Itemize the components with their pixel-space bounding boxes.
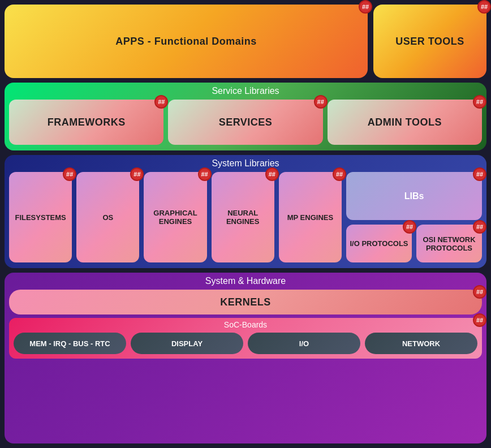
graphical-engines-label: GRAPHICAL ENGINES: [144, 209, 206, 226]
soc-title: SoC-Boards: [14, 320, 477, 329]
services-label: SERVICES: [219, 117, 273, 128]
io-protocols-box[interactable]: ## I/O PROTOCOLS: [346, 225, 412, 262]
osi-network-label: OSI NETWORK PROTOCOLS: [416, 235, 482, 252]
libs-box[interactable]: ## LIBs: [346, 172, 482, 220]
frameworks-badge: ##: [154, 95, 168, 109]
user-tools-label: USER TOOLS: [395, 36, 464, 48]
services-box[interactable]: ## SERVICES: [168, 100, 322, 145]
apps-badge: ##: [359, 0, 372, 14]
filesystems-badge: ##: [63, 167, 76, 181]
admin-tools-badge: ##: [473, 95, 486, 109]
kernels-badge: ##: [473, 285, 486, 299]
os-label: OS: [102, 213, 113, 222]
os-badge: ##: [130, 167, 144, 181]
user-tools-box[interactable]: ## USER TOOLS: [373, 5, 486, 78]
mem-label: MEM - IRQ - BUS - RTC: [29, 339, 110, 348]
mp-engines-badge: ##: [333, 167, 346, 181]
osi-network-box[interactable]: ## OSI NETWORK PROTOCOLS: [416, 225, 482, 262]
admin-tools-label: ADMIN TOOLS: [368, 117, 442, 128]
service-libraries-inner: ## FRAMEWORKS ## SERVICES ## ADMIN TOOLS: [9, 100, 482, 145]
filesystems-box[interactable]: ## FILESYSTEMS: [9, 172, 72, 262]
protocols-row: ## I/O PROTOCOLS ## OSI NETWORK PROTOCOL…: [346, 225, 482, 262]
display-label: DISPLAY: [171, 339, 203, 348]
service-libraries-title: Service Libraries: [9, 86, 482, 96]
frameworks-label: FRAMEWORKS: [48, 117, 126, 128]
services-badge: ##: [314, 95, 328, 109]
libs-badge: ##: [473, 167, 486, 181]
network-box[interactable]: NETWORK: [365, 333, 477, 354]
display-box[interactable]: DISPLAY: [131, 333, 243, 354]
osi-network-badge: ##: [473, 220, 486, 234]
admin-tools-box[interactable]: ## ADMIN TOOLS: [328, 100, 482, 145]
user-tools-badge: ##: [477, 0, 491, 14]
neural-engines-badge: ##: [265, 167, 279, 181]
io-label: I/O: [299, 339, 309, 348]
apps-box[interactable]: ## APPS - Functional Domains: [5, 5, 368, 78]
mp-engines-box[interactable]: ## MP ENGINES: [279, 172, 342, 262]
soc-section: SoC-Boards MEM - IRQ - BUS - RTC DISPLAY…: [9, 318, 482, 359]
system-right: ## LIBs ## I/O PROTOCOLS ## OSI NETWORK …: [346, 172, 482, 262]
mem-box[interactable]: MEM - IRQ - BUS - RTC: [14, 333, 126, 354]
io-protocols-badge: ##: [403, 220, 416, 234]
kernels-box[interactable]: ## KERNELS: [9, 290, 482, 315]
os-box[interactable]: ## OS: [76, 172, 139, 262]
filesystems-label: FILESYSTEMS: [15, 213, 66, 222]
frameworks-box[interactable]: ## FRAMEWORKS: [9, 100, 163, 145]
network-label: NETWORK: [402, 339, 440, 348]
apps-label: APPS - Functional Domains: [115, 36, 257, 48]
top-row: ## APPS - Functional Domains ## USER TOO…: [5, 5, 486, 78]
service-libraries-section: Service Libraries ## FRAMEWORKS ## SERVI…: [5, 83, 486, 150]
soc-badge: ##: [473, 313, 486, 327]
mp-engines-label: MP ENGINES: [287, 213, 333, 222]
kernels-label: KERNELS: [220, 296, 271, 308]
hardware-section: System & Hardware ## KERNELS SoC-Boards …: [5, 273, 486, 443]
system-libraries-inner: ## FILESYSTEMS ## OS ## GRAPHICAL ENGINE…: [9, 172, 482, 262]
main-container: ## APPS - Functional Domains ## USER TOO…: [0, 0, 491, 448]
hardware-title: System & Hardware: [9, 276, 482, 286]
graphical-engines-box[interactable]: ## GRAPHICAL ENGINES: [144, 172, 206, 262]
neural-engines-label: NEURAL ENGINES: [212, 209, 274, 226]
graphical-engines-badge: ##: [198, 167, 212, 181]
libs-label: LIBs: [404, 191, 424, 201]
io-box[interactable]: I/O: [248, 333, 360, 354]
system-libraries-section: System Libraries ## FILESYSTEMS ## OS ##…: [5, 155, 486, 268]
io-protocols-label: I/O PROTOCOLS: [350, 239, 408, 248]
soc-inner: MEM - IRQ - BUS - RTC DISPLAY I/O NETWOR…: [14, 333, 477, 354]
system-libraries-title: System Libraries: [9, 158, 482, 169]
neural-engines-box[interactable]: ## NEURAL ENGINES: [212, 172, 274, 262]
system-left: ## FILESYSTEMS ## OS ## GRAPHICAL ENGINE…: [9, 172, 342, 262]
